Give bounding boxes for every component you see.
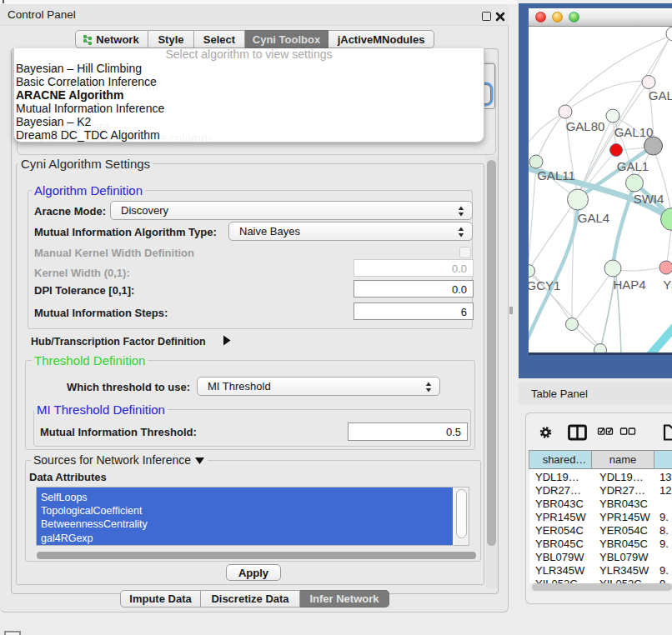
svg-text:HAP4: HAP4 — [613, 278, 645, 292]
svg-text:GAL4: GAL4 — [578, 211, 609, 225]
svg-text:YJ: YJ — [663, 278, 672, 292]
svg-text:GAL7: GAL7 — [649, 88, 672, 102]
svg-text:GAL80: GAL80 — [566, 119, 605, 133]
svg-text:GAL10: GAL10 — [614, 125, 654, 139]
svg-text:SWI4: SWI4 — [634, 192, 664, 206]
svg-text:GAL1: GAL1 — [617, 159, 649, 173]
svg-text:GAL11: GAL11 — [537, 168, 575, 182]
svg-text:GCY1: GCY1 — [529, 278, 560, 292]
